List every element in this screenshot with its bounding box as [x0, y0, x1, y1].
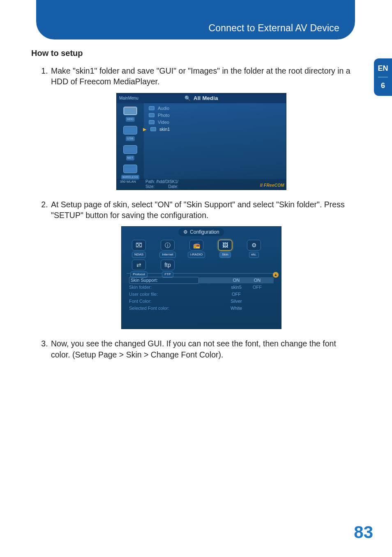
magnifier-icon: 🔍 — [184, 95, 191, 101]
side-tab: EN 6 — [374, 58, 392, 96]
step-3-text: Now, you see the changed GUI. If you can… — [51, 339, 336, 359]
step-1-text: Make "skin1" folder and save "GUI" or "I… — [51, 66, 350, 86]
ss1-model: 350 WLAN — [120, 180, 136, 183]
etc-icon: ⚙ — [247, 240, 261, 251]
gear-icon: ⚙ — [183, 229, 188, 235]
date-label: Date: — [168, 184, 178, 189]
setting-value: White — [199, 305, 274, 311]
tab-label: etc. — [249, 252, 259, 258]
file-name: Audio — [158, 105, 169, 111]
usb-label: USB — [126, 136, 134, 141]
step-2-text: At Setup page of skin, select "ON" of "S… — [51, 200, 345, 220]
setting-key: Selected Font color: — [129, 305, 199, 311]
ss1-sidebar: HDD USB NET WIRELESS — [117, 103, 144, 180]
side-tab-lang: EN — [374, 64, 392, 73]
setting-value: Silver — [199, 298, 274, 304]
header-title: Connect to External AV Device — [208, 23, 339, 34]
ss2-title-text: Configuration — [190, 229, 219, 235]
folder-icon — [149, 106, 154, 110]
wireless-icon[interactable] — [123, 165, 137, 174]
ss1-status-center: Path: /hdd/DISK1/ Size: Date: — [145, 179, 178, 189]
tab-label: I-RADIO — [188, 252, 205, 258]
ss1-statusbar: 350 WLAN Path: /hdd/DISK1/ Size: Date: I… — [117, 179, 286, 190]
folder-icon — [149, 120, 154, 124]
ftp-icon: ftp — [161, 260, 175, 270]
file-row-audio[interactable]: Audio — [145, 105, 284, 112]
ss1-file-list: Audio Photo Video ▶ s — [145, 105, 284, 133]
ss2-options-panel: ON OFF — [245, 277, 270, 291]
tab-ftp[interactable]: ftp FTP — [155, 260, 180, 278]
path-value: /hdd/DISK1/ — [156, 179, 178, 184]
ss1-title-text: All Media — [194, 95, 218, 101]
ss2-titlebar: ⚙ Configuration — [178, 228, 224, 236]
ndas-icon: ⌧ — [132, 240, 146, 251]
step-1: Make "skin1" folder and save "GUI" or "I… — [50, 65, 352, 190]
ss1-title: 🔍 All Media — [184, 95, 218, 102]
hdd-icon[interactable] — [123, 107, 137, 116]
up-arrow-icon[interactable]: ▲ — [273, 272, 279, 278]
row-user-color[interactable]: User color file: OFF — [129, 291, 274, 298]
ss1-mainmenu-label: MainMenu — [119, 95, 138, 101]
section-heading: How to setup — [31, 49, 352, 58]
skin-icon: 🖼 — [218, 240, 232, 251]
tab-label: NDAS — [132, 252, 146, 258]
protocol-icon: ⇄ — [132, 260, 146, 270]
tab-label: Internet — [159, 252, 175, 258]
tab-label: Skin — [219, 252, 231, 258]
path-label: Path: — [145, 179, 155, 184]
folder-icon — [149, 113, 154, 117]
setting-key: User color file: — [129, 291, 199, 297]
tab-protocol[interactable]: ⇄ Protocol — [127, 260, 151, 278]
ss1-brand: II FReeCOM — [260, 183, 284, 188]
iradio-icon: 📻 — [189, 240, 203, 251]
tab-etc[interactable]: ⚙ etc. — [242, 240, 266, 258]
screenshot-2-wrap: ⚙ Configuration ⌧ NDAS ⓘ Internet — [51, 226, 352, 329]
setting-value: OFF — [199, 291, 274, 297]
ss1-topbar: MainMenu 🔍 All Media — [117, 93, 286, 103]
folder-icon — [150, 127, 156, 131]
setting-key: Font Color: — [129, 298, 199, 304]
tab-ndas[interactable]: ⌧ NDAS — [127, 240, 151, 258]
header-bar: Connect to External AV Device — [36, 0, 355, 39]
usb-icon[interactable] — [123, 126, 137, 135]
arrow-right-icon: ▶ — [143, 126, 147, 132]
setting-key: Skin folder: — [129, 284, 199, 290]
file-row-skin1[interactable]: ▶ skin1 — [145, 126, 284, 133]
setting-key: Skin Support: — [129, 277, 199, 284]
screenshot-1-wrap: MainMenu 🔍 All Media HDD USB NET — [51, 93, 352, 190]
file-name: Video — [158, 119, 169, 125]
ss2-tabs: ⌧ NDAS ⓘ Internet 📻 I-RADIO 🖼 — [127, 237, 276, 274]
step-2: At Setup page of skin, select "ON" of "S… — [50, 199, 352, 330]
option-on[interactable]: ON — [245, 277, 270, 284]
file-row-video[interactable]: Video — [145, 119, 284, 126]
file-name: Photo — [158, 112, 170, 118]
tab-iradio[interactable]: 📻 I-RADIO — [184, 240, 209, 258]
side-tab-divider — [378, 77, 388, 77]
row-font-color[interactable]: Font Color: Silver — [129, 298, 274, 305]
steps-list: Make "skin1" folder and save "GUI" or "I… — [31, 65, 352, 360]
internet-icon: ⓘ — [161, 240, 175, 251]
file-row-photo[interactable]: Photo — [145, 112, 284, 119]
tab-internet[interactable]: ⓘ Internet — [155, 240, 180, 258]
net-icon[interactable] — [123, 145, 137, 154]
file-name: skin1 — [159, 126, 170, 132]
net-label: NET — [126, 155, 135, 160]
screenshot-configuration: ⚙ Configuration ⌧ NDAS ⓘ Internet — [121, 226, 281, 329]
hdd-label: HDD — [126, 117, 135, 121]
tab-skin[interactable]: 🖼 Skin — [213, 240, 238, 258]
page-number: 83 — [354, 522, 373, 542]
size-label: Size: — [145, 184, 154, 189]
screenshot-all-media: MainMenu 🔍 All Media HDD USB NET — [116, 93, 286, 190]
row-selected-font-color[interactable]: Selected Font color: White — [129, 305, 274, 312]
option-off[interactable]: OFF — [245, 284, 270, 291]
side-tab-chapter: 6 — [374, 81, 392, 90]
step-3: Now, you see the changed GUI. If you can… — [50, 338, 352, 360]
page-content: How to setup Make "skin1" folder and sav… — [31, 49, 352, 366]
